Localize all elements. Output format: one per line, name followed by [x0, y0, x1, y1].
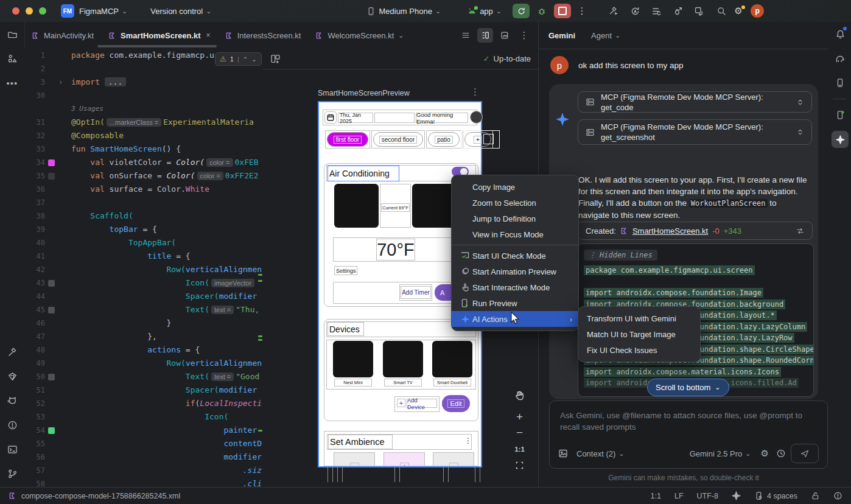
- file-writable-icon[interactable]: [811, 491, 820, 500]
- code-line[interactable]: 31@OptIn(...markerClass =ExperimentalMat…: [24, 116, 263, 129]
- code-line[interactable]: 58 .cli: [24, 477, 263, 487]
- code-line[interactable]: 52 if(LocalInspecti: [24, 397, 263, 410]
- menu-item-start-ui-check-mode[interactable]: Start UI Check Mode: [452, 248, 578, 264]
- menu-item-view-in-focus-mode[interactable]: View in Focus Mode: [452, 226, 578, 242]
- ac-settings-label[interactable]: Settings: [334, 266, 357, 275]
- zoom-reset-button[interactable]: 1:1: [514, 442, 525, 457]
- code-line[interactable]: 35 val onSurface = Color(color =0xFF2E2: [24, 169, 263, 183]
- settings-button[interactable]: ⚙: [730, 4, 747, 18]
- floor-chip-patio[interactable]: patio: [428, 132, 460, 147]
- notifications-button[interactable]: [828, 22, 851, 46]
- run-config-selector[interactable]: app⌄: [468, 7, 502, 16]
- context-selector[interactable]: Context (2)⌄: [576, 449, 625, 458]
- preview-options-kebab[interactable]: ⋮: [471, 86, 480, 97]
- chevron-down-icon[interactable]: ⌄: [398, 32, 404, 39]
- status-utf-8[interactable]: UTF-8: [697, 492, 718, 500]
- device-tile[interactable]: [432, 341, 472, 377]
- terminal-tool-button[interactable]: [0, 437, 24, 461]
- build-project-button[interactable]: [609, 6, 619, 16]
- code-line[interactable]: 48 actions = {: [24, 343, 263, 357]
- tab-mainactivity-kt[interactable]: MainActivity.kt: [24, 22, 101, 49]
- code-line[interactable]: 49 Row(verticalAlignmen: [24, 357, 263, 370]
- submenu-item-fix-ui-check-issues[interactable]: Fix UI Check Issues: [578, 342, 700, 358]
- status-1-1[interactable]: 1:1: [651, 492, 661, 500]
- debug-button[interactable]: [533, 4, 550, 18]
- created-file-card[interactable]: Created: SmartHomeScreen.kt -0 +343: [578, 222, 813, 240]
- selection-handle-square[interactable]: [483, 134, 494, 144]
- ambience-tile[interactable]: [433, 452, 474, 466]
- layout-grid-icon[interactable]: [270, 54, 281, 64]
- more-run-options[interactable]: ⋮: [573, 4, 590, 18]
- code-line[interactable]: 55 contentD: [24, 437, 263, 450]
- project-tool-button[interactable]: [0, 22, 24, 46]
- gradle-tool-button[interactable]: [828, 46, 851, 71]
- inspections-status-icon[interactable]: [833, 491, 842, 500]
- tab-scrollbar[interactable]: [97, 45, 217, 47]
- color-swatch[interactable]: [48, 307, 55, 313]
- close-tab-icon[interactable]: ×: [206, 31, 211, 40]
- color-swatch[interactable]: [48, 173, 55, 180]
- code-line[interactable]: 3›import ...: [24, 75, 263, 89]
- status-4-spaces[interactable]: 4 spaces: [754, 491, 797, 500]
- tab-gemini[interactable]: Gemini: [548, 31, 575, 40]
- code-line[interactable]: 54 painter: [24, 424, 263, 437]
- color-swatch[interactable]: [48, 374, 55, 380]
- code-line[interactable]: 53 Icon(: [24, 410, 263, 424]
- usages-hint[interactable]: 3 Usages: [71, 102, 103, 116]
- code-view-button[interactable]: [458, 28, 474, 43]
- expand-icon[interactable]: [796, 128, 804, 136]
- code-line[interactable]: 45 Text(text ="Thu,: [24, 303, 263, 317]
- stop-button[interactable]: [554, 4, 571, 18]
- ambience-kebab[interactable]: ⋮: [464, 436, 472, 445]
- code-line[interactable]: 46 }: [24, 317, 263, 330]
- code-line[interactable]: 3 Usages: [24, 102, 263, 116]
- code-line[interactable]: 36 val surface = Color.White: [24, 183, 263, 196]
- color-swatch[interactable]: [48, 280, 55, 287]
- zoom-fit-button[interactable]: [514, 458, 525, 472]
- code-line[interactable]: 47 },: [24, 330, 263, 343]
- menu-item-start-animation-preview[interactable]: Start Animation Preview: [452, 264, 578, 279]
- code-editor[interactable]: 1package com.example.figmamcp.u23›import…: [24, 49, 264, 487]
- ac-title[interactable]: Air Conditioning: [327, 166, 399, 181]
- zoom-out-button[interactable]: −: [514, 426, 525, 439]
- submenu-item-match-ui-to-target-image[interactable]: Match UI to Target Image: [578, 326, 700, 342]
- code-line[interactable]: 38 Scaffold(: [24, 209, 263, 223]
- design-view-button[interactable]: [497, 28, 513, 43]
- hidden-lines-chip[interactable]: ⋮ Hidden Lines: [584, 250, 657, 261]
- running-devices-button[interactable]: [828, 103, 851, 127]
- device-tile[interactable]: [333, 341, 373, 377]
- menu-item-zoom-to-selection[interactable]: Zoom to Selection: [452, 195, 578, 211]
- expand-icon[interactable]: [796, 98, 804, 107]
- preview-title[interactable]: SmartHomeScreenPreview: [318, 89, 410, 97]
- status-lf[interactable]: LF: [674, 492, 684, 500]
- code-line[interactable]: 56 modifier: [24, 450, 263, 464]
- search-everywhere-button[interactable]: [713, 4, 730, 18]
- close-window-button[interactable]: [12, 7, 19, 15]
- logcat-tool-button[interactable]: [0, 388, 24, 413]
- code-line[interactable]: 30: [24, 89, 263, 102]
- color-swatch[interactable]: [48, 427, 55, 434]
- model-selector[interactable]: Gemini 2.5 Pro⌄: [690, 449, 751, 458]
- structure-tool-button[interactable]: [0, 46, 24, 71]
- minimize-window-button[interactable]: [26, 7, 33, 15]
- submenu-item-transform-ui-with-gemini[interactable]: Transform UI with Gemini: [578, 310, 700, 326]
- pan-hand-icon[interactable]: [514, 387, 525, 403]
- scroll-to-bottom-button[interactable]: Scroll to bottom⌄: [647, 379, 729, 396]
- code-line[interactable]: 50 Text(text ="Good: [24, 370, 263, 383]
- layout-inspector-button[interactable]: [694, 6, 704, 16]
- created-file-link[interactable]: SmartHomeScreen.kt: [632, 226, 708, 236]
- code-line[interactable]: 43 Icon(imageVector: [24, 276, 263, 290]
- code-line[interactable]: 51 Spacer(modifier: [24, 383, 263, 397]
- code-line[interactable]: 42 Row(verticalAlignmen: [24, 263, 263, 276]
- floor-chip-first-floor[interactable]: first floor: [327, 132, 368, 147]
- code-line[interactable]: 39 topBar = {: [24, 223, 263, 236]
- chat-input[interactable]: Ask Gemini, use @filename to attach sour…: [549, 401, 828, 469]
- diff-icon[interactable]: [796, 227, 805, 235]
- floor-chip-second-floor[interactable]: second floor: [373, 132, 423, 147]
- gemini-status-icon[interactable]: [732, 491, 741, 500]
- tool-call-get-code[interactable]: MCP (Figma Remote Dev Mode MCP Server): …: [578, 91, 812, 113]
- menu-item-start-interactive-mode[interactable]: Start Interactive Mode: [452, 279, 578, 295]
- next-issue-chevron[interactable]: ⌄: [251, 56, 256, 63]
- menu-item-jump-to-definition[interactable]: Jump to Definition: [452, 211, 578, 226]
- problems-tool-button[interactable]: [0, 413, 24, 437]
